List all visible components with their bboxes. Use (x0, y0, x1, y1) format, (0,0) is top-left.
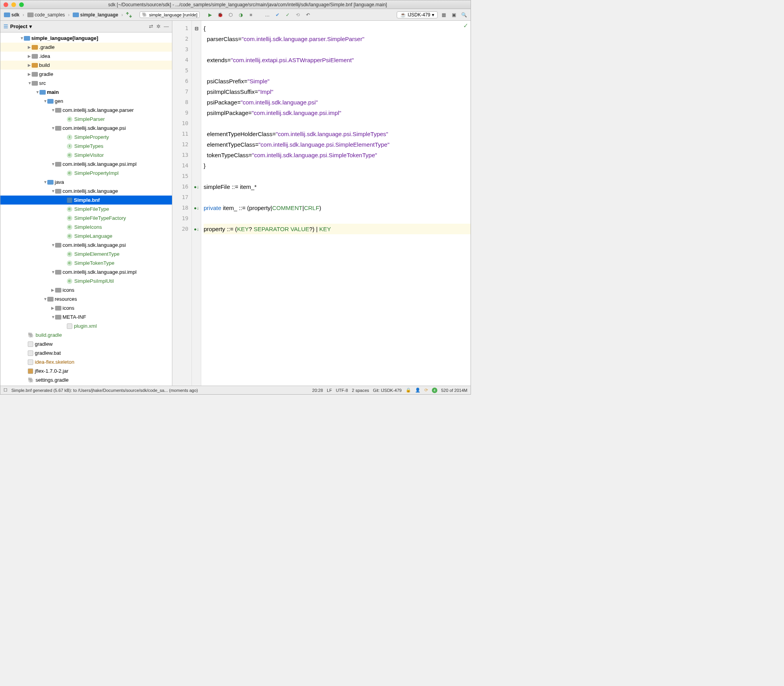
run-config-selector[interactable]: 🐘simple_language [runIde] (140, 11, 200, 18)
project-tool-header[interactable]: ☰Project ▾ ⇄ ✲ — (0, 21, 172, 32)
debug-button[interactable]: 🐞 (216, 11, 225, 19)
tree-simple-element-type[interactable]: CSimpleElementType (0, 250, 172, 259)
tree-pkg-lang-psi-impl[interactable]: ▼com.intellij.sdk.language.psi.impl (0, 268, 172, 277)
run-button[interactable]: ▶ (206, 11, 215, 19)
tree-gradlew[interactable]: gradlew (0, 339, 172, 348)
tree-gen[interactable]: ▼gen (0, 97, 172, 106)
commit-button[interactable]: ✓ (283, 11, 292, 19)
code-editor[interactable]: 12345 678910 1112131415 1617181920 ⊟ ●↓●… (172, 21, 471, 386)
chevron-right-icon: › (121, 12, 123, 18)
tree-main[interactable]: ▼main (0, 88, 172, 97)
git-branch[interactable]: Git: IJSDK-479 (373, 388, 401, 393)
stop-button[interactable]: ■ (247, 11, 255, 19)
tree-icons[interactable]: ▶icons (0, 286, 172, 295)
memory-indicator[interactable]: 520 of 2014M (441, 388, 467, 393)
tree-simple-token-type[interactable]: CSimpleTokenType (0, 259, 172, 268)
zoom-button[interactable] (19, 2, 24, 7)
titlebar: sdk [~/Documents/source/sdk] - .../code_… (0, 0, 471, 9)
tree-src[interactable]: ▼src (0, 79, 172, 88)
tree-metainf[interactable]: ▼META-INF (0, 312, 172, 321)
tree-pkg-lang[interactable]: ▼com.intellij.sdk.language (0, 187, 172, 196)
notifications-icon[interactable]: 4 (432, 388, 437, 393)
tree-simple-parser[interactable]: CSimpleParser (0, 115, 172, 124)
tree-simple-types[interactable]: ISimpleTypes (0, 142, 172, 151)
tree-icons2[interactable]: ▶icons (0, 303, 172, 312)
inspector-icon[interactable]: 👤 (415, 388, 421, 393)
status-bar: ☐ Simple.bnf generated (5.67 kB): to /Us… (0, 386, 471, 394)
update-button[interactable]: ✔ (273, 11, 282, 19)
tree-simple-filetype[interactable]: CSimpleFileType (0, 205, 172, 214)
line-number-gutter: 12345 678910 1112131415 1617181920 (172, 21, 192, 386)
window-title: sdk [~/Documents/source/sdk] - .../code_… (28, 2, 467, 7)
status-message: Simple.bnf generated (5.67 kB): to /User… (11, 388, 198, 393)
tree-simple-icons[interactable]: CSimpleIcons (0, 223, 172, 232)
history-button[interactable]: ⟲ (294, 11, 302, 19)
tree-simple-bnf[interactable]: Simple.bnf (0, 196, 172, 205)
caret-position[interactable]: 20:28 (312, 388, 323, 393)
tree-pkg-lang-psi[interactable]: ▼com.intellij.sdk.language.psi (0, 241, 172, 250)
more-icon[interactable]: … (263, 11, 272, 19)
gutter-icons: ⊟ ●↓●↓●↓ (192, 21, 201, 386)
close-button[interactable] (4, 2, 8, 7)
tree-root[interactable]: ▼simple_language [language] (0, 34, 172, 43)
tree-simple-property[interactable]: ISimpleProperty (0, 133, 172, 142)
navigation-bar: sdk › code_samples › simple_language › 🐘… (0, 9, 471, 21)
tree-simple-language[interactable]: CSimpleLanguage (0, 232, 172, 241)
tree-simple-filetype-factory[interactable]: CSimpleFileTypeFactory (0, 214, 172, 223)
lock-icon[interactable]: 🔒 (406, 388, 411, 393)
tree-pkg-parser[interactable]: ▼com.intellij.sdk.language.parser (0, 106, 172, 115)
breadcrumb-sdk[interactable]: sdk (3, 12, 21, 18)
breadcrumb-simple-language[interactable]: simple_language (72, 12, 119, 18)
sync-icon[interactable] (125, 11, 133, 19)
indent-setting[interactable]: 2 spaces (352, 388, 369, 393)
project-sidebar: ☰Project ▾ ⇄ ✲ — ▼simple_language [langu… (0, 21, 172, 386)
tree-jflex-jar[interactable]: jflex-1.7.0-2.jar (0, 366, 172, 375)
tree-gradle[interactable]: ▶.gradle (0, 43, 172, 52)
tree-pkg-psi[interactable]: ▼com.intellij.sdk.language.psi (0, 124, 172, 133)
run-tool-button[interactable]: ▣ (449, 11, 458, 19)
minimize-button[interactable] (11, 2, 16, 7)
tree-pkg-psi-impl[interactable]: ▼com.intellij.sdk.language.psi.impl (0, 160, 172, 169)
project-tree[interactable]: ▼simple_language [language] ▶.gradle ▶.i… (0, 32, 172, 386)
select-opened-file-icon[interactable]: ⇄ (149, 23, 153, 29)
tree-plugin-xml[interactable]: plugin.xml (0, 321, 172, 330)
tree-resources[interactable]: ▼resources (0, 295, 172, 303)
tree-build[interactable]: ▶build (0, 61, 172, 70)
tree-simple-visitor[interactable]: CSimpleVisitor (0, 151, 172, 160)
chevron-right-icon: › (23, 12, 24, 18)
tree-settings-gradle[interactable]: 🐘settings.gradle (0, 375, 172, 384)
hide-icon[interactable]: — (164, 23, 169, 29)
profile-button[interactable]: ◑ (236, 11, 245, 19)
code-area[interactable]: ✓ { parserClass="com.intellij.sdk.langua… (201, 21, 471, 386)
tree-java[interactable]: ▼java (0, 178, 172, 187)
line-separator[interactable]: LF (327, 388, 332, 393)
inspection-ok-icon[interactable]: ✓ (463, 22, 468, 29)
settings-icon[interactable]: ✲ (156, 23, 161, 29)
tree-gradlew-bat[interactable]: gradlew.bat (0, 348, 172, 357)
structure-button[interactable]: ▦ (439, 11, 448, 19)
processes-icon[interactable]: ⟳ (424, 388, 428, 393)
tree-idea-flex[interactable]: idea-flex.skeleton (0, 357, 172, 366)
tree-idea[interactable]: ▶.idea (0, 52, 172, 61)
file-encoding[interactable]: UTF-8 (336, 388, 348, 393)
status-box-icon[interactable]: ☐ (4, 388, 7, 393)
revert-button[interactable]: ↶ (304, 11, 312, 19)
jdk-selector[interactable]: ☕IJSDK-479▾ (397, 11, 438, 18)
chevron-right-icon: › (68, 12, 70, 18)
tree-build-gradle[interactable]: 🐘build.gradle (0, 330, 172, 339)
breadcrumb-code-samples[interactable]: code_samples (26, 12, 66, 18)
tree-simple-psi-impl-util[interactable]: CSimplePsiImplUtil (0, 277, 172, 286)
tree-simple-property-impl[interactable]: CSimplePropertyImpl (0, 169, 172, 178)
search-button[interactable]: 🔍 (460, 11, 468, 19)
coverage-button[interactable]: ⬡ (226, 11, 235, 19)
tree-gradle2[interactable]: ▶gradle (0, 70, 172, 79)
